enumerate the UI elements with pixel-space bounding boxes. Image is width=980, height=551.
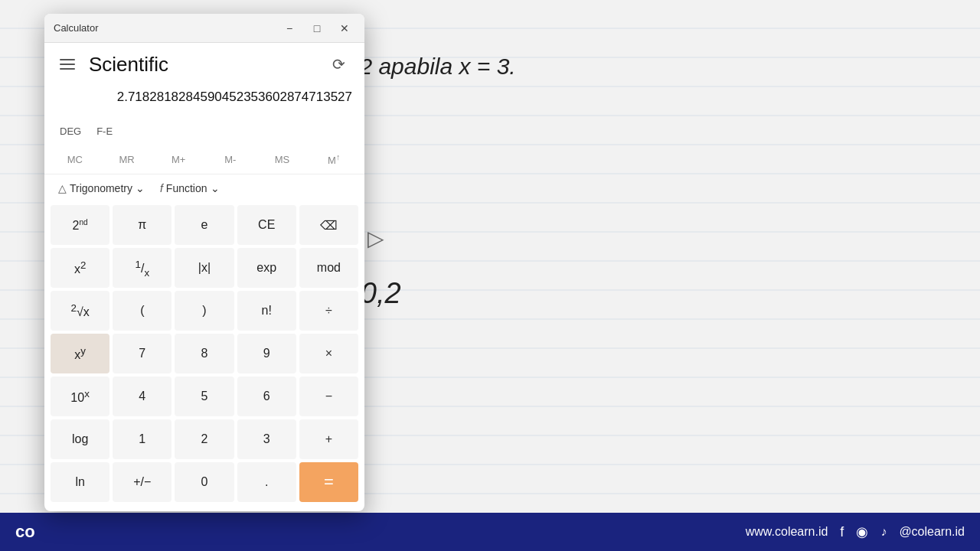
eight-button[interactable]: 8: [175, 334, 234, 373]
display-value: 2.7182818284590452353602874713527: [57, 89, 352, 106]
second-button[interactable]: 2nd: [51, 205, 109, 245]
pi-button[interactable]: π: [113, 205, 172, 245]
one-button[interactable]: 1: [113, 419, 172, 459]
function-label: Function: [166, 182, 207, 194]
fe-mode-button[interactable]: F-E: [93, 124, 116, 139]
equals-button[interactable]: =: [299, 462, 358, 502]
abs-button[interactable]: |x|: [175, 248, 234, 288]
hamburger-line-1: [60, 59, 75, 60]
ten-power-button[interactable]: 10x: [51, 377, 109, 416]
maximize-button[interactable]: □: [306, 18, 328, 39]
divide-button[interactable]: ÷: [299, 291, 358, 331]
subtract-button[interactable]: −: [299, 377, 358, 416]
calculator-window: Calculator − □ ✕ Scientific ⟳ 2.71828182…: [44, 14, 364, 511]
add-button[interactable]: +: [299, 419, 358, 459]
open-paren-button[interactable]: (: [113, 291, 172, 331]
sqrt-button[interactable]: 2√x: [51, 291, 109, 331]
button-row-6: log 1 2 3 +: [51, 419, 358, 459]
function-dropdown[interactable]: f Function ⌄: [155, 179, 224, 197]
memory-row: MC MR M+ M- MS M↑: [44, 145, 364, 174]
log-button[interactable]: log: [51, 419, 109, 459]
button-row-5: 10x 4 5 6 −: [51, 377, 358, 416]
tiktok-icon: ♪: [880, 525, 887, 539]
calc-display: 2.7182818284590452353602874713527: [44, 83, 364, 121]
facebook-icon: f: [840, 524, 844, 540]
calc-header: Scientific ⟳: [44, 43, 364, 83]
close-paren-button[interactable]: ): [175, 291, 234, 331]
two-button[interactable]: 2: [175, 419, 234, 459]
trigonometry-dropdown[interactable]: △ Trigonometry ⌄: [54, 179, 149, 197]
deg-mode-button[interactable]: DEG: [57, 124, 84, 139]
mminus-button[interactable]: M-: [206, 148, 255, 171]
cursor-indicator: ▷: [368, 226, 384, 251]
minimize-button[interactable]: −: [279, 18, 300, 39]
bottom-bar: co www.colearn.id f ◉ ♪ @colearn.id: [0, 513, 980, 551]
function-icon: f: [160, 182, 163, 194]
backspace-button[interactable]: ⌫: [299, 205, 358, 245]
function-chevron-icon: ⌄: [211, 182, 220, 194]
ln-button[interactable]: ln: [51, 462, 109, 502]
factorial-button[interactable]: n!: [237, 291, 296, 331]
button-row-7: ln +/− 0 . =: [51, 462, 358, 502]
four-button[interactable]: 4: [113, 377, 172, 416]
seven-button[interactable]: 7: [113, 334, 172, 373]
reciprocal-button[interactable]: 1/x: [113, 248, 172, 288]
multiply-button[interactable]: ×: [299, 334, 358, 373]
mplus-button[interactable]: M+: [154, 148, 203, 171]
function-row: △ Trigonometry ⌄ f Function ⌄: [44, 174, 364, 202]
titlebar: Calculator − □ ✕: [44, 14, 364, 43]
hamburger-menu-button[interactable]: [57, 52, 81, 77]
mod-button[interactable]: mod: [299, 248, 358, 288]
power-button[interactable]: xy: [51, 334, 109, 373]
website-text: www.colearn.id: [746, 525, 828, 539]
close-button[interactable]: ✕: [334, 18, 355, 39]
ms-button[interactable]: MS: [258, 148, 307, 171]
hamburger-line-2: [60, 64, 75, 65]
mc-button[interactable]: MC: [51, 148, 100, 171]
exp-button[interactable]: exp: [237, 248, 296, 288]
nine-button[interactable]: 9: [237, 334, 296, 373]
instagram-icon: ◉: [856, 523, 868, 540]
zero-button[interactable]: 0: [175, 462, 234, 502]
six-button[interactable]: 6: [237, 377, 296, 416]
social-handle: @colearn.id: [899, 525, 965, 539]
button-row-3: 2√x ( ) n! ÷: [51, 291, 358, 331]
calc-title: Calculator: [54, 22, 273, 34]
five-button[interactable]: 5: [175, 377, 234, 416]
logo-text: co: [15, 522, 35, 542]
e-button[interactable]: e: [175, 205, 234, 245]
square-button[interactable]: x2: [51, 248, 109, 288]
trig-label: Trigonometry: [70, 182, 132, 194]
mr-button[interactable]: MR: [103, 148, 152, 171]
button-row-1: 2nd π e CE ⌫: [51, 205, 358, 245]
button-row-4: xy 7 8 9 ×: [51, 334, 358, 373]
negate-button[interactable]: +/−: [113, 462, 172, 502]
button-grid: 2nd π e CE ⌫ x2 1/x |x| exp mod 2√x ( ) …: [44, 202, 364, 511]
three-button[interactable]: 3: [237, 419, 296, 459]
ce-button[interactable]: CE: [237, 205, 296, 245]
mode-row: DEG F-E: [44, 121, 364, 145]
button-row-2: x2 1/x |x| exp mod: [51, 248, 358, 288]
decimal-button[interactable]: .: [237, 462, 296, 502]
trig-chevron-icon: ⌄: [136, 182, 145, 194]
mup-button[interactable]: M↑: [309, 148, 358, 171]
history-button[interactable]: ⟳: [325, 51, 352, 78]
calc-mode-title: Scientific: [89, 53, 317, 77]
hamburger-line-3: [60, 68, 75, 70]
trig-icon: △: [58, 182, 67, 194]
